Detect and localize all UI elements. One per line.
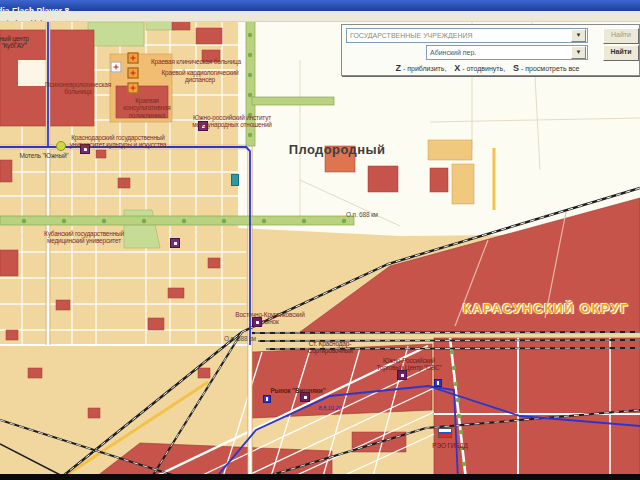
find-button-street[interactable]: Найти [603,45,639,61]
menu-control[interactable]: Control [0,18,17,22]
window-titlebar[interactable]: Macromedia Flash Player 8 [0,0,640,11]
category-select-value: ГОСУДАРСТВЕННЫЕ УЧРЕЖДЕНИЯ [347,32,570,39]
search-panel: ГОСУДАРСТВЕННЫЕ УЧРЕЖДЕНИЯ ▼ Найти Абинс… [341,24,640,76]
keyboard-hints: Z - приблизить, X - отодвинуть, S - прос… [342,63,639,73]
menu-help[interactable]: Help [31,18,46,22]
bottom-strip [0,474,640,480]
chevron-down-icon[interactable]: ▼ [571,29,586,42]
category-select[interactable]: ГОСУДАРСТВЕННЫЕ УЧРЕЖДЕНИЯ ▼ [346,28,588,43]
flash-player-window: ный центр "КубГАУ"Психоневрологическая б… [0,0,640,480]
find-button-category[interactable]: Найти [603,28,639,44]
menu-bar: Control Help [0,11,640,22]
street-select-value: Абинский пер. [427,49,570,56]
street-select[interactable]: Абинский пер. ▼ [426,45,588,60]
chevron-down-icon[interactable]: ▼ [571,46,586,59]
